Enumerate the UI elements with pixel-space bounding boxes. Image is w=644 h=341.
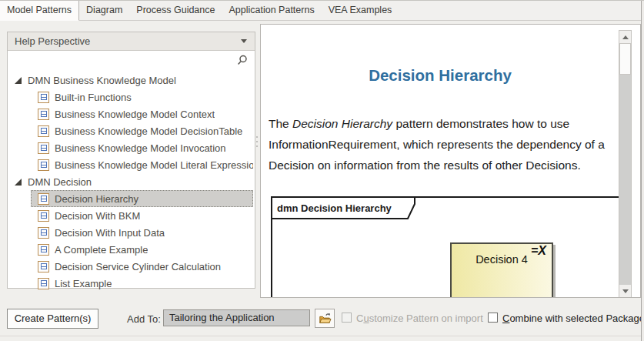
pattern-icon <box>38 261 49 272</box>
combine-package-label: Combine with selected Package <box>502 313 644 324</box>
tree-item-label: Business Knowledge Model Invocation <box>55 142 226 154</box>
perspective-dropdown[interactable]: Help Perspective <box>8 32 255 51</box>
model-patterns-dialog: Model Patterns Diagram Process Guidance … <box>0 0 644 341</box>
diagram-frame-label: dmn Decision Hierarchy <box>277 202 392 214</box>
pattern-icon <box>38 159 49 171</box>
triangle-up-icon <box>622 35 629 39</box>
tab-process-guidance[interactable]: Process Guidance <box>129 1 222 20</box>
pattern-description: The Decision Hierarchy pattern demonstra… <box>269 113 616 176</box>
expanded-triangle-icon[interactable] <box>15 77 22 84</box>
tree-item-label: Decision Service Cylinder Calculation <box>55 261 221 272</box>
tree-item[interactable]: Decision With BKM <box>8 207 255 224</box>
decision-node-label: Decision 4 <box>452 253 552 266</box>
add-to-field[interactable]: Tailoring the Application <box>163 309 310 326</box>
tree-group-label: DMN Business Knowledge Model <box>28 75 176 86</box>
tree-item[interactable]: Decision Service Cylinder Calculation <box>8 258 255 275</box>
tree-item-label: Built-in Functions <box>55 92 132 103</box>
pattern-icon <box>38 92 49 103</box>
tree-item-label: Business Knowledge Model DecisionTable <box>55 125 242 137</box>
tree-item[interactable]: Decision With Input Data <box>8 224 255 241</box>
customize-pattern-label: Customize Pattern on import <box>356 313 487 324</box>
page-title: Decision Hierarchy <box>261 66 619 85</box>
tab-application-patterns[interactable]: Application Patterns <box>222 1 321 20</box>
combine-package-checkbox[interactable] <box>488 313 498 323</box>
browse-package-button[interactable] <box>315 309 335 328</box>
tree-group[interactable]: DMN Decision <box>8 173 255 190</box>
tree-item[interactable]: Business Knowledge Model Invocation <box>8 139 255 156</box>
tab-model-patterns[interactable]: Model Patterns <box>0 1 79 21</box>
tree-item-label: Decision Hierarchy <box>55 193 138 205</box>
tree-item[interactable]: Business Knowledge Model DecisionTable <box>8 122 255 139</box>
tree-item-label: Decision With BKM <box>55 210 140 222</box>
panel-splitter[interactable] <box>256 136 259 147</box>
search-icon[interactable] <box>236 55 248 66</box>
window-bottom-divider <box>0 336 641 336</box>
tab-vea-examples[interactable]: VEA Examples <box>322 1 399 20</box>
chevron-down-icon <box>241 39 247 43</box>
pattern-icon <box>38 210 49 222</box>
tree-group[interactable]: DMN Business Knowledge Model <box>8 72 255 89</box>
pattern-preview-pane: Decision Hierarchy The Decision Hierarch… <box>260 24 641 298</box>
pattern-icon <box>38 244 49 256</box>
add-to-label: Add To: <box>127 313 161 325</box>
create-patterns-button[interactable]: Create Pattern(s) <box>7 309 98 329</box>
open-folder-icon <box>318 313 332 325</box>
vertical-scrollbar[interactable] <box>619 30 632 298</box>
pattern-icon <box>38 142 49 154</box>
tree-item-label: Business Knowledge Model Context <box>55 109 215 120</box>
tree-item[interactable]: A Complete Example <box>8 241 255 258</box>
tree-group-label: DMN Decision <box>28 176 92 188</box>
scroll-down-button[interactable] <box>619 285 631 297</box>
pattern-icon <box>38 109 49 120</box>
diagram-frame: dmn Decision Hierarchy <box>271 196 619 298</box>
customize-pattern-checkbox[interactable] <box>342 313 352 323</box>
tree-item-label: Decision With Input Data <box>55 227 165 239</box>
diagram-frame-tab: dmn Decision Hierarchy <box>271 196 419 219</box>
pattern-tree-panel: Help Perspective DMN Business Knowledge … <box>7 32 255 289</box>
expanded-triangle-icon[interactable] <box>15 179 22 186</box>
tree-item-label: A Complete Example <box>55 244 148 256</box>
perspective-dropdown-value: Help Perspective <box>15 35 90 47</box>
tree-item[interactable]: Business Knowledge Model Literal Express… <box>8 156 255 173</box>
triangle-down-icon <box>622 289 629 293</box>
search-input[interactable] <box>8 51 255 69</box>
tree-item[interactable]: Business Knowledge Model Context <box>8 105 255 122</box>
scroll-up-button[interactable] <box>619 31 631 43</box>
pattern-icon <box>38 125 49 137</box>
tab-diagram[interactable]: Diagram <box>79 1 129 20</box>
tree-item[interactable]: List Example <box>8 275 255 292</box>
pattern-icon <box>38 227 49 239</box>
scrollbar-thumb[interactable] <box>619 43 631 75</box>
window-right-divider <box>641 1 642 341</box>
tree-item-label: Business Knowledge Model Literal Express… <box>55 159 253 171</box>
tree-item[interactable]: Built-in Functions <box>8 89 255 105</box>
tab-bar: Model Patterns Diagram Process Guidance … <box>0 1 641 21</box>
tree-item-label: List Example <box>55 278 112 289</box>
decision-node: =X Decision 4 <box>450 242 553 298</box>
pattern-icon <box>38 193 49 205</box>
tree-item-selected[interactable]: Decision Hierarchy <box>8 190 255 207</box>
pattern-tree: DMN Business Knowledge Model Built-in Fu… <box>8 69 255 292</box>
pattern-icon <box>38 278 49 289</box>
